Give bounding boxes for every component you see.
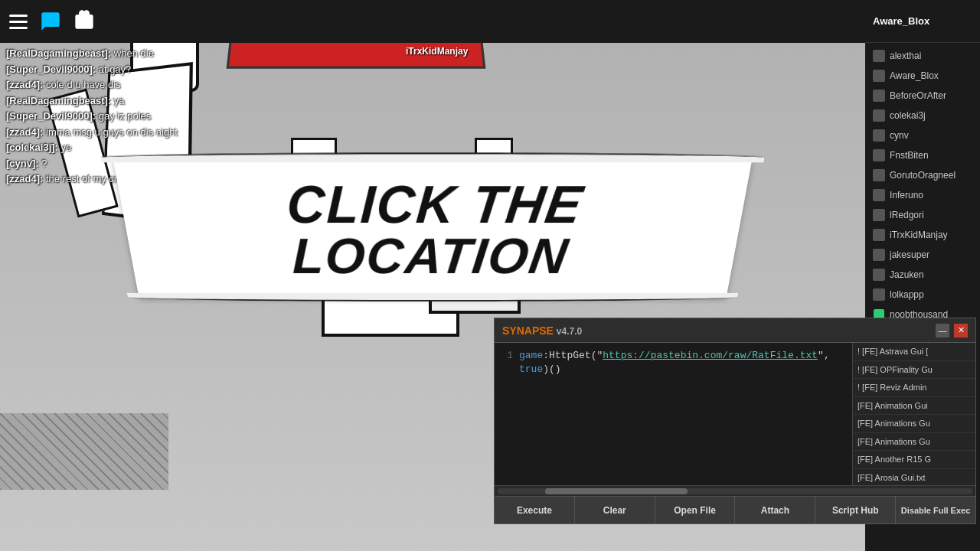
clear-button[interactable]: Clear bbox=[575, 497, 655, 523]
friend-item-jakesuper[interactable]: jakesuper bbox=[865, 245, 980, 265]
line-number: 1 bbox=[501, 349, 513, 377]
friend-avatar bbox=[873, 90, 885, 102]
chat-message-5: [Super_Devil9000]: gay iz poles bbox=[6, 109, 251, 124]
click-location-label: CLICK THE LOCATION bbox=[152, 177, 721, 280]
scroll-track[interactable] bbox=[498, 488, 972, 494]
friend-avatar bbox=[873, 129, 885, 142]
script-hub-button[interactable]: Script Hub bbox=[815, 497, 896, 523]
script-item-1[interactable]: ! [FE] Astrava Gui [ bbox=[853, 343, 975, 361]
friend-avatar bbox=[873, 109, 885, 122]
code-editor[interactable]: 1 game:HttpGet("https://pastebin.com/raw… bbox=[495, 343, 853, 485]
friend-item-beforeorafter[interactable]: BeforeOrAfter bbox=[865, 86, 980, 106]
friend-name: cynv bbox=[890, 130, 909, 141]
friend-item-alexthai[interactable]: alexthai bbox=[865, 46, 980, 66]
chat-message-2: [Super_Devil9000]: at gay? bbox=[6, 62, 251, 77]
friend-item-jazuken[interactable]: Jazuken bbox=[865, 265, 980, 285]
minimize-button[interactable]: — bbox=[936, 324, 949, 337]
script-item-8[interactable]: [FE] Arosia Gui.txt bbox=[853, 469, 975, 486]
chat-icon[interactable] bbox=[40, 11, 61, 32]
chat-message-6: [zzad4]: imma msg u guys on dis aight bbox=[6, 125, 251, 140]
banner-ribbon: CLICK THE LOCATION bbox=[113, 158, 752, 297]
window-controls: — ✕ bbox=[936, 324, 968, 337]
friend-item-iredgori[interactable]: lRedgori bbox=[865, 205, 980, 225]
synapse-version: v4.7.0 bbox=[557, 326, 582, 337]
chat-message-7: [colekai3j]: ye bbox=[6, 140, 251, 155]
friend-name: jakesuper bbox=[890, 249, 929, 260]
synapse-titlebar: SYNAPSE v4.7.0 — ✕ bbox=[495, 318, 975, 343]
friend-name: GorutoOragneel bbox=[890, 170, 956, 181]
synapse-scrollbar[interactable] bbox=[495, 485, 975, 496]
friend-item-colekai3j[interactable]: colekai3j bbox=[865, 106, 980, 126]
account-header: Aware_Blox bbox=[865, 0, 980, 43]
execute-button[interactable]: Execute bbox=[495, 497, 575, 523]
friend-avatar bbox=[873, 249, 885, 261]
friend-name: Inferuno bbox=[890, 190, 923, 201]
friend-avatar bbox=[873, 189, 885, 201]
chat-message-4: [RealDagamingbeast]: ya bbox=[6, 93, 251, 109]
friend-name: Aware_Blox bbox=[890, 70, 939, 81]
friend-item-lolkappp[interactable]: lolkappp bbox=[865, 285, 980, 305]
friend-name: lRedgori bbox=[890, 210, 924, 220]
close-button[interactable]: ✕ bbox=[954, 324, 968, 337]
friend-item-inferuno[interactable]: Inferuno bbox=[865, 185, 980, 205]
roblox-topbar bbox=[0, 0, 865, 43]
hatch-left bbox=[0, 413, 168, 490]
friend-name: colekai3j bbox=[890, 110, 926, 121]
chat-message-1: [RealDagamingbeast]: when die bbox=[6, 46, 251, 61]
friend-item-itrxkidmanjay[interactable]: iTrxKidManjay bbox=[865, 225, 980, 245]
script-list: ! [FE] Astrava Gui [ ! [FE] OPFinality G… bbox=[853, 343, 975, 485]
account-name: Aware_Blox bbox=[873, 15, 929, 27]
menu-icon[interactable] bbox=[9, 15, 28, 29]
friend-item-cynv[interactable]: cynv bbox=[865, 126, 980, 145]
code-content: game:HttpGet("https://pastebin.com/raw/R… bbox=[519, 349, 846, 377]
script-item-6[interactable]: [FE] Animations Gu bbox=[853, 433, 975, 452]
attach-button[interactable]: Attach bbox=[735, 497, 815, 523]
backpack-icon[interactable] bbox=[74, 9, 95, 34]
friend-name: BeforeOrAfter bbox=[890, 90, 946, 101]
scroll-thumb[interactable] bbox=[545, 488, 688, 494]
friend-name: iTrxKidManjay bbox=[890, 230, 948, 240]
friend-avatar bbox=[873, 289, 885, 301]
synapse-title: SYNAPSE v4.7.0 bbox=[502, 324, 582, 337]
friend-item-goruto[interactable]: GorutoOragneel bbox=[865, 165, 980, 185]
script-item-4[interactable]: [FE] Animation Gui bbox=[853, 397, 975, 416]
script-item-3[interactable]: ! [FE] Reviz Admin bbox=[853, 379, 975, 397]
friend-avatar bbox=[873, 229, 885, 241]
friend-avatar bbox=[873, 50, 885, 62]
friend-name: alexthai bbox=[890, 51, 921, 61]
banner-text: CLICK THE LOCATION bbox=[126, 161, 739, 300]
friend-item-aware-blox[interactable]: Aware_Blox bbox=[865, 66, 980, 86]
friend-avatar bbox=[873, 169, 885, 181]
script-item-5[interactable]: [FE] Animations Gu bbox=[853, 415, 975, 433]
chat-message-3: [zzad4]: cole d u have dis bbox=[6, 77, 251, 93]
synapse-body: 1 game:HttpGet("https://pastebin.com/raw… bbox=[495, 343, 975, 485]
open-file-button[interactable]: Open File bbox=[655, 497, 736, 523]
disable-full-exec-button[interactable]: Disable Full Exec bbox=[896, 497, 975, 523]
synapse-word: SYNAPSE bbox=[502, 324, 554, 337]
code-line-1: 1 game:HttpGet("https://pastebin.com/raw… bbox=[501, 349, 846, 377]
script-item-2[interactable]: ! [FE] OPFinality Gu bbox=[853, 361, 975, 380]
player-name-tag: iTrxKidManjay bbox=[406, 46, 468, 57]
friend-avatar bbox=[873, 209, 885, 221]
friend-avatar bbox=[873, 149, 885, 161]
friend-name: Jazuken bbox=[890, 269, 924, 280]
friend-name: FnstBiten bbox=[890, 150, 929, 161]
synapse-buttons: Execute Clear Open File Attach Script Hu… bbox=[495, 496, 975, 523]
script-item-7[interactable]: [FE] Another R15 G bbox=[853, 451, 975, 469]
friend-item-fnstbiten[interactable]: FnstBiten bbox=[865, 145, 980, 165]
synapse-window: SYNAPSE v4.7.0 — ✕ 1 game:HttpGet("https… bbox=[494, 318, 976, 524]
friend-avatar bbox=[873, 269, 885, 281]
friend-avatar bbox=[873, 70, 885, 82]
friend-name: lolkappp bbox=[890, 289, 924, 300]
